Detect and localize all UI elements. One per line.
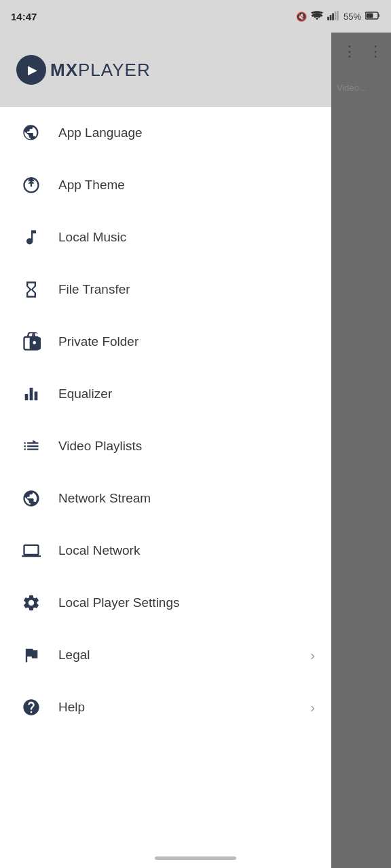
menu-item-equalizer[interactable]: Equalizer (0, 368, 331, 420)
menu-item-legal[interactable]: Legal › (0, 629, 331, 682)
mx-logo-icon (16, 55, 46, 85)
svg-rect-3 (335, 11, 337, 20)
app-logo-text: MXPLAYER (50, 60, 151, 81)
wifi-icon (311, 11, 323, 22)
local-player-settings-label: Local Player Settings (58, 595, 315, 610)
playlist-icon (16, 431, 46, 461)
monitor-icon (16, 536, 46, 566)
menu-item-network-stream[interactable]: Network Stream (0, 473, 331, 525)
battery-indicator: 55% (343, 12, 361, 22)
svg-rect-6 (367, 14, 373, 18)
equalizer-label: Equalizer (58, 387, 315, 401)
gesture-indicator (155, 856, 236, 860)
network-stream-label: Network Stream (58, 491, 315, 506)
svg-rect-7 (378, 14, 379, 17)
svg-rect-1 (330, 15, 332, 20)
help-chevron-icon: › (310, 700, 315, 715)
svg-point-9 (30, 341, 33, 344)
menu-item-private-folder[interactable]: Private Folder (0, 316, 331, 368)
legal-chevron-icon: › (310, 648, 315, 663)
svg-rect-2 (332, 13, 334, 20)
app-theme-label: App Theme (58, 178, 315, 193)
music-icon (16, 222, 46, 252)
lock-icon (16, 327, 46, 357)
settings-icon (16, 588, 46, 618)
overflow-dots-icon-2: ⋮ (368, 43, 383, 60)
legal-label: Legal (58, 648, 310, 663)
status-bar: 14:47 🔇 55% (0, 0, 391, 33)
private-folder-label: Private Folder (58, 334, 315, 349)
help-icon (16, 692, 46, 722)
menu-item-file-transfer[interactable]: File Transfer (0, 264, 331, 316)
local-network-label: Local Network (58, 543, 315, 558)
background-video-hint: Video... (331, 71, 391, 104)
local-music-label: Local Music (58, 230, 315, 245)
battery-icon (365, 10, 380, 22)
menu-item-video-playlists[interactable]: Video Playlists (0, 420, 331, 473)
navigation-drawer: MXPLAYER App Language App Theme Local Mu… (0, 33, 331, 868)
background-top-icons: ⋮ ⋮ (331, 33, 391, 71)
file-transfer-icon (16, 275, 46, 304)
menu-item-local-network[interactable]: Local Network (0, 525, 331, 577)
mute-icon: 🔇 (296, 12, 307, 22)
svg-rect-0 (327, 16, 329, 20)
menu-item-local-player-settings[interactable]: Local Player Settings (0, 577, 331, 629)
logo-container: MXPLAYER (16, 55, 151, 85)
svg-rect-4 (337, 11, 339, 20)
globe-icon (16, 484, 46, 513)
equalizer-icon (16, 379, 46, 409)
menu-item-app-theme[interactable]: App Theme (0, 159, 331, 212)
menu-list: App Language App Theme Local Music File … (0, 107, 331, 868)
signal-icon (327, 11, 339, 22)
app-language-label: App Language (58, 125, 315, 140)
video-hint-text: Video... (337, 83, 367, 93)
file-transfer-label: File Transfer (58, 282, 315, 297)
overflow-dots-icon: ⋮ (342, 43, 357, 60)
menu-item-local-music[interactable]: Local Music (0, 212, 331, 264)
theme-icon (16, 170, 46, 200)
video-playlists-label: Video Playlists (58, 439, 315, 454)
help-label: Help (58, 700, 310, 715)
flag-icon (16, 640, 46, 670)
menu-item-help[interactable]: Help › (0, 682, 331, 734)
status-icons: 🔇 55% (296, 10, 380, 22)
menu-item-app-language[interactable]: App Language (0, 107, 331, 159)
status-time: 14:47 (11, 11, 37, 22)
language-icon (16, 118, 46, 148)
drawer-header: MXPLAYER (0, 33, 331, 107)
